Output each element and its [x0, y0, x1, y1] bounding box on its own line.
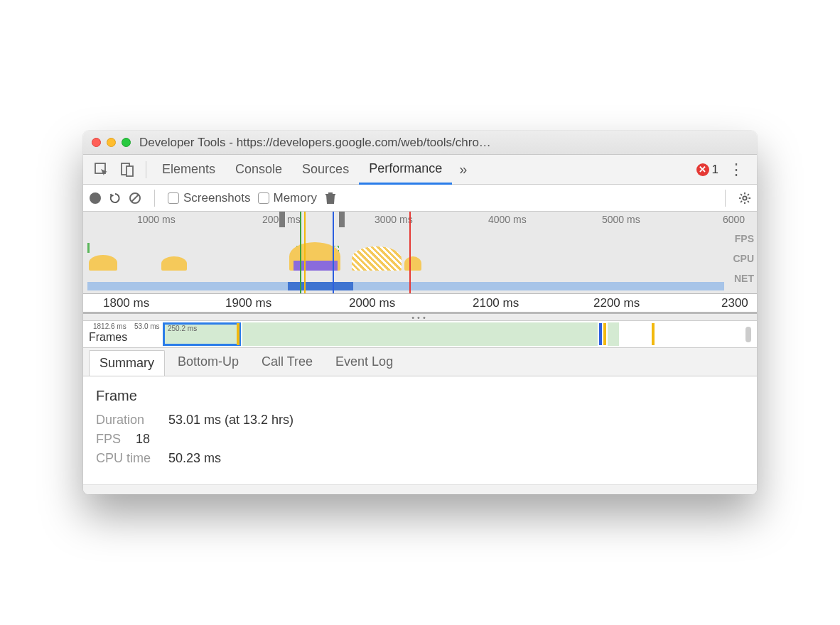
tab-sources[interactable]: Sources — [292, 156, 359, 183]
maximize-window-button[interactable] — [122, 138, 131, 147]
cpu-activity — [89, 255, 117, 271]
overview-ruler: 1000 ms 2000 ms 3000 ms 4000 ms 5000 ms … — [83, 212, 757, 227]
cpu-activity — [161, 256, 187, 271]
screenshots-label: Screenshots — [183, 191, 251, 205]
svg-point-7 — [743, 196, 746, 200]
error-icon: ✕ — [696, 163, 709, 176]
summary-value: 18 — [136, 432, 150, 447]
window-title: Developer Tools - https://developers.goo… — [139, 136, 748, 150]
svg-rect-5 — [328, 192, 333, 194]
titlebar: Developer Tools - https://developers.goo… — [83, 131, 757, 155]
ruler-tick: 3000 ms — [375, 214, 413, 225]
devtools-menu-icon[interactable]: ⋮ — [721, 158, 751, 182]
ruler-tick: 1900 ms — [225, 296, 271, 310]
summary-key: CPU time — [96, 451, 160, 466]
cpu-activity — [404, 256, 421, 271]
frame-time: 1812.6 ms — [93, 322, 126, 330]
svg-line-15 — [748, 194, 749, 195]
separator — [146, 161, 146, 178]
ruler-tick: 1000 ms — [137, 214, 176, 225]
ruler-tick: 5000 ms — [602, 214, 640, 225]
frame-marker — [603, 323, 606, 345]
summary-title: Frame — [96, 388, 744, 404]
net-label: NET — [733, 268, 754, 288]
memory-label: Memory — [274, 191, 317, 205]
selection-handle-left[interactable] — [279, 212, 285, 227]
selection-handle-right[interactable] — [339, 212, 345, 227]
frame-selected[interactable]: 250.2 ms — [163, 322, 241, 346]
ruler-tick: 2200 ms — [593, 296, 640, 310]
marker-line-blue — [333, 212, 334, 293]
tab-performance[interactable]: Performance — [359, 155, 452, 185]
frame-marker — [237, 323, 239, 345]
marker-line-yellow — [304, 212, 306, 293]
frame-bar[interactable] — [608, 322, 619, 346]
detail-ruler[interactable]: 1800 ms 1900 ms 2000 ms 2100 ms 2200 ms … — [83, 294, 757, 314]
error-count: 1 — [712, 163, 718, 177]
frame-bar[interactable] — [242, 322, 598, 346]
traffic-lights — [92, 138, 131, 147]
ruler-tick: 2000 ms — [349, 296, 395, 310]
screenshots-checkbox[interactable]: Screenshots — [168, 191, 251, 205]
tab-summary[interactable]: Summary — [89, 350, 165, 376]
svg-line-14 — [741, 200, 742, 202]
svg-rect-6 — [325, 194, 335, 195]
fps-label: FPS — [733, 229, 754, 249]
drag-divider[interactable]: ••• — [83, 314, 757, 321]
inspect-element-icon[interactable] — [89, 158, 114, 181]
cpu-label: CPU — [733, 249, 754, 268]
net-activity — [87, 282, 724, 290]
summary-key: Duration — [96, 413, 160, 428]
device-toolbar-icon[interactable] — [114, 158, 140, 181]
tab-event-log[interactable]: Event Log — [325, 348, 403, 376]
separator — [725, 190, 726, 207]
frame-time: 53.0 ms — [134, 322, 160, 330]
summary-row: FPS 18 — [96, 432, 744, 447]
checkbox-icon — [168, 192, 179, 204]
close-window-button[interactable] — [92, 138, 101, 147]
detail-tab-bar: Summary Bottom-Up Call Tree Event Log — [83, 348, 757, 376]
net-activity-dark — [288, 282, 353, 290]
frame-marker — [652, 323, 655, 345]
ruler-tick: 2300 — [721, 296, 748, 310]
scrollbar-thumb[interactable] — [745, 327, 751, 342]
frames-track[interactable]: 1812.6 ms Frames 53.0 ms 250.2 ms — [83, 321, 757, 348]
summary-value: 53.01 ms (at 13.2 hrs) — [168, 413, 294, 428]
memory-checkbox[interactable]: Memory — [258, 191, 317, 205]
svg-rect-2 — [126, 166, 133, 176]
frame-time: 250.2 ms — [168, 325, 197, 332]
record-button[interactable] — [89, 192, 102, 205]
svg-line-13 — [748, 200, 749, 202]
summary-row: CPU time 50.23 ms — [96, 451, 744, 466]
tab-console[interactable]: Console — [225, 156, 292, 183]
separator — [154, 190, 155, 207]
tab-call-tree[interactable]: Call Tree — [252, 348, 323, 376]
overview-track-labels: FPS CPU NET — [733, 229, 754, 288]
gc-button[interactable] — [324, 192, 337, 205]
more-tabs-button[interactable]: » — [452, 157, 474, 182]
error-badge[interactable]: ✕ 1 — [696, 163, 718, 177]
footer-bar — [83, 484, 757, 494]
marker-line-green — [300, 212, 301, 293]
settings-button[interactable] — [738, 192, 751, 205]
checkbox-icon — [258, 192, 269, 204]
fps-bar — [87, 243, 90, 253]
tab-bottom-up[interactable]: Bottom-Up — [168, 348, 249, 376]
performance-toolbar: Screenshots Memory — [83, 185, 757, 212]
overview-timeline[interactable]: 1000 ms 2000 ms 3000 ms 4000 ms 5000 ms … — [83, 212, 757, 294]
devtools-tab-bar: Elements Console Sources Performance » ✕… — [83, 155, 757, 185]
summary-value: 50.23 ms — [168, 451, 221, 466]
minimize-window-button[interactable] — [107, 138, 116, 147]
frame-marker — [599, 323, 602, 345]
summary-panel: Frame Duration 53.01 ms (at 13.2 hrs) FP… — [83, 376, 757, 484]
reload-button[interactable] — [109, 192, 122, 205]
summary-row: Duration 53.01 ms (at 13.2 hrs) — [96, 413, 744, 428]
cpu-activity — [352, 246, 402, 271]
ruler-tick: 4000 ms — [488, 214, 527, 225]
marker-line-red — [409, 212, 411, 293]
tab-elements[interactable]: Elements — [152, 156, 225, 183]
ruler-tick: 6000 — [723, 214, 745, 225]
ruler-tick: 2100 ms — [473, 296, 519, 310]
clear-button[interactable] — [129, 192, 141, 205]
ruler-tick: 1800 ms — [103, 296, 149, 310]
